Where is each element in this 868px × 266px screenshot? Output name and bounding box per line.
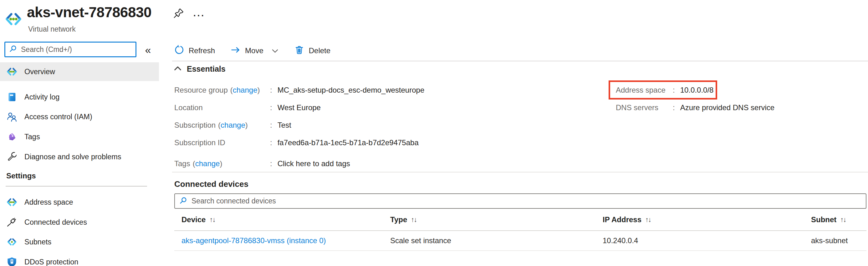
chevron-down-icon[interactable] [271, 47, 279, 55]
sidebar-item-subnets[interactable]: Subnets [0, 232, 159, 252]
delete-label: Delete [309, 46, 331, 55]
subscription-id-label: Subscription ID [174, 138, 270, 147]
sidebar-item-ddos-protection[interactable]: DDoS protection [0, 252, 159, 266]
refresh-label: Refresh [189, 46, 215, 55]
address-space-value: 10.0.0.0/8 [680, 86, 714, 94]
location-row: Location : West Europe [174, 101, 321, 114]
sidebar: « Overview Activity log [0, 0, 159, 266]
sidebar-item-label: Overview [24, 67, 55, 76]
sidebar-item-overview[interactable]: Overview [0, 62, 159, 81]
column-header-ip-address[interactable]: IP Address ↑↓ [603, 215, 811, 224]
virtual-network-icon [6, 66, 18, 77]
sidebar-item-label: Subnets [24, 238, 51, 246]
arrow-right-icon [230, 45, 240, 57]
delete-button[interactable]: Delete [294, 45, 331, 57]
wrench-icon [6, 151, 18, 162]
connected-devices-table: Device ↑↓ Type ↑↓ IP Address ↑↓ Subnet ↑… [174, 209, 866, 251]
address-space-label: Address space [616, 86, 673, 94]
table-row: aks-agentpool-78786830-vmss (instance 0)… [174, 231, 866, 251]
trash-icon [294, 45, 304, 57]
address-space-row: Address space : 10.0.0.0/8 [616, 84, 713, 96]
subscription-value-link[interactable]: Test [278, 121, 291, 129]
column-header-device[interactable]: Device ↑↓ [182, 215, 390, 224]
sidebar-divider [6, 186, 147, 186]
pin-icon [173, 7, 185, 20]
subscription-id-row: Subscription ID : fa7eed6a-b71a-1ec5-b71… [174, 137, 418, 149]
dns-servers-value: Azure provided DNS service [680, 103, 774, 112]
activity-log-icon [6, 91, 18, 102]
search-icon [9, 45, 17, 54]
device-type-cell: Scale set instance [390, 236, 603, 245]
sidebar-search-box[interactable] [4, 41, 136, 57]
shield-icon [6, 256, 18, 266]
more-options-button[interactable]: … [190, 3, 208, 21]
sort-arrows-icon: ↑↓ [209, 216, 215, 224]
plug-icon [6, 216, 18, 228]
essentials-panel: Resource group(change) : MC_aks-setup-do… [174, 81, 868, 172]
tags-value-link[interactable]: Click here to add tags [278, 159, 350, 168]
sidebar-item-label: Access control (IAM) [24, 113, 92, 121]
refresh-button[interactable]: Refresh [174, 45, 215, 57]
sidebar-item-connected-devices[interactable]: Connected devices [0, 212, 159, 232]
device-link[interactable]: aks-agentpool-78786830-vmss (instance 0) [182, 236, 326, 245]
sidebar-item-label: Tags [24, 133, 40, 141]
dns-servers-row: DNS servers : Azure provided DNS service [616, 101, 774, 114]
move-label: Move [245, 46, 264, 55]
resource-group-row: Resource group(change) : MC_aks-setup-do… [174, 84, 424, 96]
sidebar-item-address-space[interactable]: Address space [0, 193, 159, 212]
access-control-icon [6, 111, 18, 122]
sidebar-item-tags[interactable]: Tags [0, 127, 159, 146]
search-icon [179, 197, 187, 206]
resource-group-change-link[interactable]: change [233, 86, 257, 94]
location-value: West Europe [278, 103, 321, 112]
subscription-row: Subscription(change) : Test [174, 119, 291, 131]
column-header-subnet[interactable]: Subnet ↑↓ [811, 215, 866, 224]
sort-arrows-icon: ↑↓ [645, 216, 651, 224]
subscription-change-link[interactable]: change [221, 121, 245, 129]
device-ip-cell: 10.240.0.4 [603, 236, 811, 245]
subscription-id-value: fa7eed6a-b71a-1ec5-b71a-b7d2e9475aba [278, 138, 418, 147]
essentials-title: Essentials [187, 64, 226, 73]
connected-devices-title: Connected devices [174, 179, 248, 189]
device-subnet-cell: aks-subnet [811, 236, 866, 245]
sidebar-item-label: Diagnose and solve problems [24, 153, 121, 161]
sort-arrows-icon: ↑↓ [411, 216, 416, 224]
tags-row: Tags(change) : Click here to add tags [174, 157, 350, 170]
tags-label: Tags [174, 159, 190, 168]
refresh-icon [174, 45, 184, 57]
sidebar-search-input[interactable] [21, 46, 135, 54]
double-chevron-left-icon: « [145, 44, 151, 56]
connected-devices-search-box[interactable] [174, 194, 866, 209]
column-header-type[interactable]: Type ↑↓ [390, 215, 603, 224]
sidebar-item-label: Activity log [24, 93, 59, 101]
subscription-label: Subscription [174, 121, 216, 129]
essentials-collapse-header[interactable]: Essentials [174, 64, 226, 73]
location-label: Location [174, 103, 270, 112]
ellipsis-icon: … [192, 5, 206, 19]
resource-group-value-link[interactable]: MC_aks-setup-docs_esc-demo_westeurope [278, 86, 425, 94]
command-bar: Refresh Move Delete [174, 43, 346, 58]
move-button[interactable]: Move [230, 45, 279, 57]
sidebar-section-settings: Settings [6, 172, 36, 180]
table-header-row: Device ↑↓ Type ↑↓ IP Address ↑↓ Subnet ↑… [174, 209, 866, 231]
tags-icon [6, 131, 18, 142]
toolbar-divider [172, 61, 868, 61]
dns-servers-label: DNS servers [616, 103, 673, 112]
pin-button[interactable] [172, 7, 186, 21]
sidebar-item-diagnose[interactable]: Diagnose and solve problems [0, 147, 159, 167]
tags-change-link[interactable]: change [195, 159, 220, 168]
sidebar-item-access-control[interactable]: Access control (IAM) [0, 107, 159, 126]
resource-group-label: Resource group [174, 86, 228, 94]
subnet-icon [6, 236, 18, 247]
connected-devices-search-input[interactable] [191, 197, 866, 205]
sidebar-item-label: DDoS protection [24, 258, 78, 266]
sidebar-item-label: Connected devices [24, 218, 87, 227]
section-divider [172, 172, 868, 172]
sort-arrows-icon: ↑↓ [840, 216, 846, 224]
virtual-network-icon [6, 197, 18, 208]
sidebar-item-activity-log[interactable]: Activity log [0, 87, 159, 107]
chevron-up-icon [174, 66, 182, 72]
sidebar-collapse-button[interactable]: « [141, 43, 155, 56]
sidebar-item-label: Address space [24, 198, 73, 207]
